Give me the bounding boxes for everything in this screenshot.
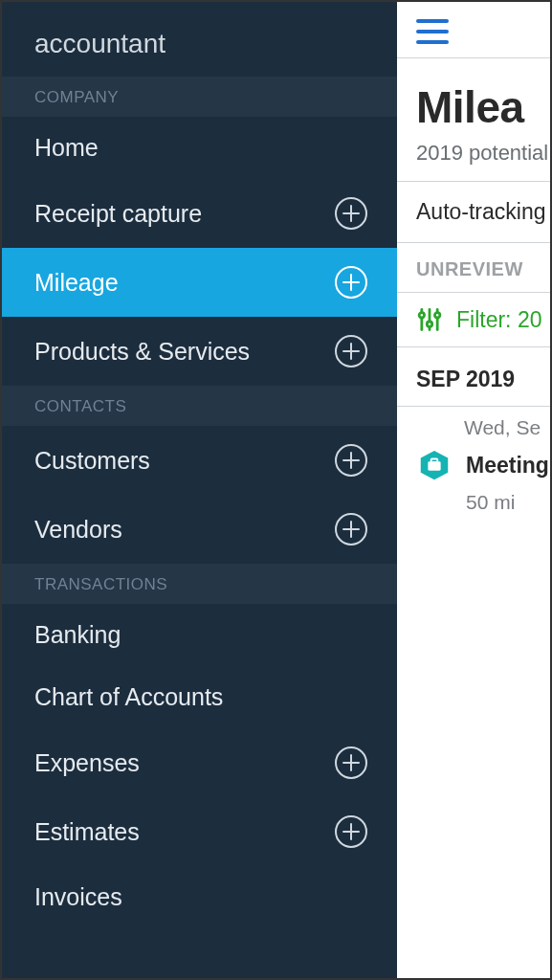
plus-circle-icon[interactable] bbox=[334, 443, 368, 478]
sidebar-item-receipt-capture[interactable]: Receipt capture bbox=[2, 179, 397, 248]
page-subtitle: 2019 potential bbox=[416, 141, 550, 166]
trip-miles: 50 mi bbox=[466, 491, 550, 514]
brand-name: accountant bbox=[2, 2, 397, 77]
plus-circle-icon[interactable] bbox=[334, 746, 368, 780]
sidebar-item-label: Invoices bbox=[34, 883, 122, 911]
trip-title: Meeting bbox=[466, 453, 549, 479]
hamburger-menu-icon[interactable] bbox=[416, 19, 449, 44]
svg-point-22 bbox=[419, 313, 424, 318]
sidebar-item-label: Vendors bbox=[34, 516, 122, 544]
tab-unreviewed[interactable]: UNREVIEW bbox=[397, 243, 550, 292]
sidebar-item-label: Banking bbox=[34, 621, 121, 649]
sidebar-item-expenses[interactable]: Expenses bbox=[2, 728, 397, 797]
month-header: SEP 2019 bbox=[397, 347, 550, 406]
plus-circle-icon[interactable] bbox=[334, 334, 368, 368]
sidebar-item-products-services[interactable]: Products & Services bbox=[2, 317, 397, 386]
svg-point-26 bbox=[434, 313, 439, 318]
sidebar-item-label: Products & Services bbox=[34, 338, 250, 366]
sidebar-item-label: Mileage bbox=[34, 269, 119, 297]
filter-row[interactable]: Filter: 20 bbox=[397, 293, 550, 346]
sidebar-item-invoices[interactable]: Invoices bbox=[2, 866, 397, 928]
sidebar-item-vendors[interactable]: Vendors bbox=[2, 495, 397, 564]
sidebar-item-label: Receipt capture bbox=[34, 200, 202, 228]
sidebar-item-banking[interactable]: Banking bbox=[2, 604, 397, 666]
sidebar-item-mileage[interactable]: Mileage bbox=[2, 248, 397, 317]
sidebar-item-label: Estimates bbox=[34, 818, 140, 846]
sidebar: accountant COMPANY Home Receipt capture … bbox=[2, 2, 397, 978]
auto-tracking-row[interactable]: Auto-tracking bbox=[397, 182, 550, 242]
sidebar-item-label: Customers bbox=[34, 447, 150, 475]
trip-item[interactable]: Wed, Se Meeting 50 mi bbox=[397, 407, 550, 514]
plus-circle-icon[interactable] bbox=[334, 196, 368, 231]
page-header: Milea 2019 potential bbox=[397, 58, 550, 181]
filter-label: Filter: 20 bbox=[456, 307, 541, 333]
plus-circle-icon[interactable] bbox=[334, 265, 368, 300]
briefcase-icon bbox=[416, 449, 453, 481]
section-header-contacts: CONTACTS bbox=[2, 386, 397, 426]
plus-circle-icon[interactable] bbox=[334, 814, 368, 849]
section-header-transactions: TRANSACTIONS bbox=[2, 564, 397, 604]
sidebar-item-chart-of-accounts[interactable]: Chart of Accounts bbox=[2, 666, 397, 728]
topbar bbox=[397, 2, 550, 57]
sidebar-item-customers[interactable]: Customers bbox=[2, 426, 397, 495]
sidebar-item-home[interactable]: Home bbox=[2, 117, 397, 179]
sidebar-item-label: Chart of Accounts bbox=[34, 683, 223, 711]
plus-circle-icon[interactable] bbox=[334, 512, 368, 546]
sidebar-item-label: Home bbox=[34, 134, 99, 162]
filter-sliders-icon bbox=[416, 306, 443, 333]
content-pane: Milea 2019 potential Auto-tracking UNREV… bbox=[397, 2, 550, 978]
svg-point-24 bbox=[427, 322, 431, 326]
sidebar-item-estimates[interactable]: Estimates bbox=[2, 797, 397, 866]
section-header-company: COMPANY bbox=[2, 77, 397, 117]
trip-date: Wed, Se bbox=[464, 416, 550, 439]
sidebar-item-label: Expenses bbox=[34, 749, 140, 777]
page-title: Milea bbox=[416, 81, 550, 133]
